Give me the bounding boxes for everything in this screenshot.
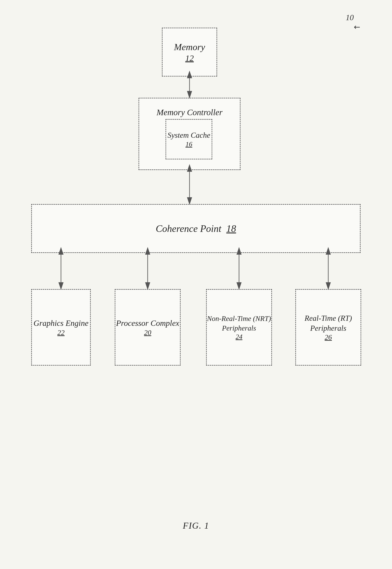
rt-label: Real-Time (RT) Peripherals [296, 313, 361, 333]
figure-label: FIG. 1 [183, 521, 209, 531]
memory-label: Memory [174, 41, 205, 53]
ge-label: Graphics Engine [34, 318, 89, 328]
pc-number: 20 [144, 329, 151, 337]
box-graphics-engine: Graphics Engine 22 [31, 289, 91, 366]
memory-number: 12 [185, 53, 194, 63]
nrt-label: Non-Real-Time (NRT) Peripherals [207, 314, 271, 333]
page: 10 ↗ Memory 12 Memory Controller 14 Syst… [0, 0, 392, 569]
sc-label: System Cache [168, 130, 210, 140]
ref-arrow: ↗ [352, 22, 363, 33]
nrt-number: 24 [236, 333, 242, 341]
rt-number: 26 [325, 333, 332, 341]
box-memory: Memory 12 [162, 28, 217, 76]
box-rt-peripherals: Real-Time (RT) Peripherals 26 [295, 289, 361, 366]
ref-number: 10 [346, 13, 354, 22]
box-nrt-peripherals: Non-Real-Time (NRT) Peripherals 24 [206, 289, 272, 366]
box-processor-complex: Processor Complex 20 [115, 289, 181, 366]
cp-label: Coherence Point 18 [156, 223, 236, 234]
box-system-cache: System Cache 16 [166, 119, 212, 159]
sc-number: 16 [185, 140, 192, 148]
arrows-overlay [0, 0, 392, 569]
ge-number: 22 [57, 329, 65, 337]
pc-label: Processor Complex [116, 318, 179, 328]
box-coherence-point: Coherence Point 18 [31, 204, 361, 253]
